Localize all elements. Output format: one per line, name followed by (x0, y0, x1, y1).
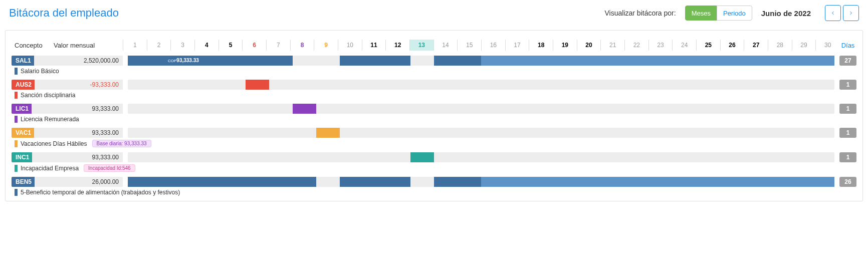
concept-code[interactable]: AUS2 (12, 80, 35, 90)
concept-row: VAC193,333.001Vacaciones Días HábilesBas… (12, 128, 856, 147)
concept-description: Incapacidad Empresa (21, 165, 79, 172)
calendar-day: 20 (577, 40, 601, 51)
calendar-day: 26 (720, 40, 744, 51)
color-indicator (15, 116, 18, 123)
timeline-segment[interactable] (293, 177, 316, 187)
chevron-left-icon (830, 10, 836, 16)
timeline-segment[interactable] (316, 128, 340, 138)
calendar-day: 10 (338, 40, 362, 51)
concept-description: Vacaciones Días Hábiles (21, 140, 87, 147)
calendar-day: 1 (123, 40, 147, 51)
viewby-months-button[interactable]: Meses (685, 6, 717, 21)
timeline-bar (128, 177, 834, 187)
concept-code[interactable]: LIC1 (12, 104, 32, 114)
calendar-day: 27 (744, 40, 768, 51)
color-indicator (15, 165, 18, 172)
calendar-day: 8 (290, 40, 314, 51)
days-badge: 1 (839, 128, 856, 138)
info-pill[interactable]: Base diaria: 93,333.33 (92, 140, 151, 147)
concept-row: AUS2-93,333.001Sanción disciplinaria (12, 80, 856, 99)
concept-code[interactable]: INC1 (12, 152, 32, 162)
period-next-button[interactable] (843, 5, 859, 21)
timeline-segment[interactable] (481, 56, 834, 66)
timeline-bar: COP93,333.33 (128, 56, 834, 66)
period-prev-button[interactable] (825, 5, 841, 21)
concept-value: 93,333.00 (32, 152, 123, 162)
calendar-day: 11 (362, 40, 386, 51)
col-monthly: Valor mensual (54, 42, 95, 49)
color-indicator (15, 68, 18, 75)
timeline-segment[interactable] (246, 80, 269, 90)
calendar-day: 19 (553, 40, 577, 51)
concept-description: Salario Básico (21, 68, 59, 75)
calendar-day: 29 (792, 40, 816, 51)
viewby-label: Visualizar bitácora por: (605, 9, 676, 17)
timeline-segment[interactable]: COP93,333.33 (128, 56, 293, 66)
viewby-toggle: Meses Periodo (685, 6, 752, 21)
calendar-day: 17 (505, 40, 529, 51)
segment-label: COP93,333.33 (168, 56, 199, 66)
concept-value: 93,333.00 (34, 128, 123, 138)
concept-description: Sanción disciplinaria (21, 92, 75, 99)
calendar-day: 24 (672, 40, 696, 51)
timeline-bar (128, 152, 834, 162)
col-days: Días (839, 42, 856, 49)
calendar-day: 21 (600, 40, 624, 51)
timeline-segment[interactable] (293, 104, 316, 114)
concept-value: 93,333.00 (32, 104, 123, 114)
concept-code[interactable]: BEN5 (12, 177, 35, 187)
calendar-day: 14 (433, 40, 458, 51)
concept-description: Licencia Remunerada (21, 116, 79, 123)
timeline-bar (128, 128, 834, 138)
timeline-bar (128, 80, 834, 90)
timeline-segment[interactable] (434, 177, 481, 187)
calendar-day: 16 (481, 40, 505, 51)
timeline-segment[interactable] (340, 177, 410, 187)
timeline-bar (128, 104, 834, 114)
calendar-day: 18 (529, 40, 553, 51)
color-indicator (15, 92, 18, 99)
concept-row: BEN526,000.00265-Beneficio temporal de a… (12, 177, 856, 196)
days-badge: 1 (839, 80, 856, 90)
concept-code[interactable]: VAC1 (12, 128, 34, 138)
calendar-day: 13 (409, 40, 433, 51)
viewby-period-button[interactable]: Periodo (717, 6, 752, 21)
concept-row: INC193,333.001Incapacidad EmpresaIncapac… (12, 152, 856, 172)
concept-value: -93,333.00 (35, 80, 123, 90)
calendar-day: 7 (266, 40, 290, 51)
chevron-right-icon (848, 10, 854, 16)
days-badge: 27 (839, 56, 856, 66)
concept-code[interactable]: SAL1 (12, 56, 34, 66)
calendar-day: 30 (815, 40, 839, 51)
calendar-day: 23 (648, 40, 673, 51)
concept-row: LIC193,333.001Licencia Remunerada (12, 104, 856, 123)
calendar-day: 9 (314, 40, 338, 51)
calendar-day: 22 (624, 40, 648, 51)
calendar-day: 25 (696, 40, 720, 51)
calendar-day: 5 (219, 40, 243, 51)
period-label: Junio de 2022 (761, 9, 811, 18)
days-badge: 1 (839, 104, 856, 114)
calendar-day: 12 (385, 40, 409, 51)
days-badge: 26 (839, 177, 856, 187)
timeline-segment[interactable] (481, 177, 834, 187)
calendar-ruler: 1234567891011121314151617181920212223242… (123, 40, 839, 51)
concept-description: 5-Beneficio temporal de alimentación (tr… (21, 189, 180, 196)
timeline-segment[interactable] (340, 56, 410, 66)
concept-value: 26,000.00 (35, 177, 123, 187)
col-concept: Concepto (15, 42, 54, 49)
calendar-day: 4 (194, 40, 219, 51)
concept-row: SAL12,520,000.00COP93,333.3327Salario Bá… (12, 56, 856, 75)
bitacora-card: Concepto Valor mensual 12345678910111213… (5, 30, 863, 201)
timeline-segment[interactable] (434, 56, 481, 66)
color-indicator (15, 189, 18, 196)
days-badge: 1 (839, 152, 856, 162)
timeline-segment[interactable] (410, 152, 434, 162)
calendar-day: 15 (457, 40, 481, 51)
calendar-day: 2 (147, 40, 171, 51)
calendar-day: 28 (768, 40, 792, 51)
page-title: Bitácora del empleado (9, 7, 119, 20)
timeline-segment[interactable] (128, 177, 293, 187)
concept-value: 2,520,000.00 (34, 56, 123, 66)
info-pill[interactable]: Incapacidad Id:546 (84, 164, 135, 172)
